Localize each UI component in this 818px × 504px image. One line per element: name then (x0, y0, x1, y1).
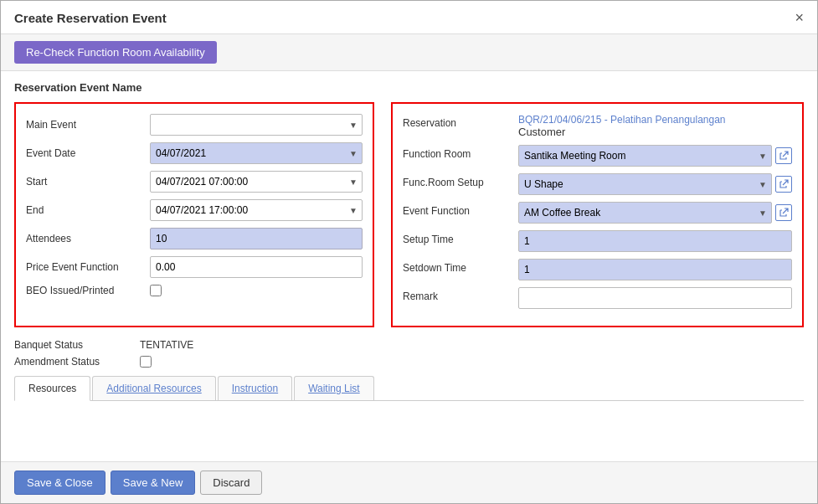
setdown-time-label: Setdown Time (403, 259, 512, 274)
tab-instruction[interactable]: Instruction (218, 376, 292, 400)
extra-section: Banquet Status TENTATIVE Amendment Statu… (14, 339, 804, 368)
banquet-status-value: TENTATIVE (140, 339, 193, 351)
main-event-row: Main Event ▼ (26, 114, 363, 136)
event-date-select-wrapper: 04/07/2021 ▼ (150, 142, 363, 164)
beo-label: BEO Issued/Printed (26, 285, 143, 296)
save-close-button[interactable]: Save & Close (14, 471, 105, 495)
function-room-label: Function Room (403, 145, 512, 160)
amendment-status-label: Amendment Status (14, 356, 123, 368)
setdown-time-row: Setdown Time (403, 259, 792, 280)
function-room-select[interactable]: Santika Meeting Room (518, 145, 772, 167)
end-select[interactable]: 04/07/2021 17:00:00 (150, 199, 363, 221)
reservation-label: Reservation (403, 114, 512, 129)
function-room-input-wrap: Santika Meeting Room ▼ (518, 145, 792, 167)
func-room-setup-select[interactable]: U Shape (518, 173, 772, 195)
banquet-status-row: Banquet Status TENTATIVE (14, 339, 804, 351)
event-date-label: Event Date (26, 147, 143, 159)
tabs-row: Resources Additional Resources Instructi… (14, 376, 804, 401)
tab-waiting-list[interactable]: Waiting List (294, 376, 374, 400)
event-function-row: Event Function AM Coffee Break ▼ (403, 202, 792, 224)
banquet-status-label: Banquet Status (14, 339, 123, 351)
end-label: End (26, 204, 143, 216)
close-button[interactable]: × (795, 9, 804, 27)
beo-checkbox[interactable] (150, 285, 162, 296)
start-label: Start (26, 176, 143, 188)
modal-title: Create Reservation Event (14, 11, 167, 25)
start-select[interactable]: 04/07/2021 07:00:00 (150, 171, 363, 193)
setup-time-input[interactable] (518, 230, 792, 252)
customer-label: Customer (518, 126, 565, 138)
event-function-select-wrapper: AM Coffee Break ▼ (518, 202, 772, 224)
func-room-setup-label: Func.Room Setup (403, 173, 512, 188)
event-function-label: Event Function (403, 202, 512, 217)
event-function-ext-link[interactable] (775, 204, 792, 221)
main-event-label: Main Event (26, 119, 143, 131)
start-row: Start 04/07/2021 07:00:00 ▼ (26, 171, 363, 193)
price-input[interactable] (150, 256, 363, 278)
remark-row: Remark (403, 287, 792, 309)
recheck-button[interactable]: Re-Check Function Room Availability (14, 41, 217, 64)
save-new-button[interactable]: Save & New (111, 471, 196, 495)
function-room-select-wrapper: Santika Meeting Room ▼ (518, 145, 772, 167)
modal-header: Create Reservation Event × (1, 1, 817, 34)
remark-input[interactable] (518, 287, 792, 309)
start-select-wrapper: 04/07/2021 07:00:00 ▼ (150, 171, 363, 193)
func-room-setup-select-wrapper: U Shape ▼ (518, 173, 772, 195)
modal-footer: Save & Close Save & New Discard (1, 461, 817, 503)
event-function-select[interactable]: AM Coffee Break (518, 202, 772, 224)
attendees-row: Attendees (26, 228, 363, 249)
beo-row: BEO Issued/Printed (26, 285, 363, 296)
right-panel: Reservation BQR/21/04/06/215 - Pelatihan… (391, 102, 804, 327)
modal-container: Create Reservation Event × Re-Check Func… (0, 0, 818, 504)
event-date-row: Event Date 04/07/2021 ▼ (26, 142, 363, 164)
attendees-label: Attendees (26, 233, 143, 244)
main-event-select-wrapper: ▼ (150, 114, 363, 136)
event-function-input-wrap: AM Coffee Break ▼ (518, 202, 792, 224)
function-room-ext-link[interactable] (775, 147, 792, 164)
setup-time-label: Setup Time (403, 230, 512, 245)
setup-time-row: Setup Time (403, 230, 792, 252)
end-row: End 04/07/2021 17:00:00 ▼ (26, 199, 363, 221)
attendees-input[interactable] (150, 228, 363, 249)
discard-button[interactable]: Discard (200, 471, 262, 495)
modal-toolbar: Re-Check Function Room Availability (1, 34, 817, 71)
left-panel: Main Event ▼ Event Date 04/07/2021 (14, 102, 374, 327)
amendment-status-checkbox[interactable] (140, 356, 152, 368)
func-room-setup-input-wrap: U Shape ▼ (518, 173, 792, 195)
reservation-row: Reservation BQR/21/04/06/215 - Pelatihan… (403, 114, 792, 138)
reservation-link[interactable]: BQR/21/04/06/215 - Pelatihan Penangulang… (518, 114, 726, 126)
function-room-row: Function Room Santika Meeting Room ▼ (403, 145, 792, 167)
tab-additional-resources[interactable]: Additional Resources (92, 376, 215, 400)
end-select-wrapper: 04/07/2021 17:00:00 ▼ (150, 199, 363, 221)
remark-label: Remark (403, 287, 512, 302)
func-room-setup-row: Func.Room Setup U Shape ▼ (403, 173, 792, 195)
price-row: Price Event Function (26, 256, 363, 278)
reservation-value: BQR/21/04/06/215 - Pelatihan Penangulang… (518, 114, 792, 138)
section-title: Reservation Event Name (14, 81, 804, 94)
tab-resources[interactable]: Resources (14, 376, 90, 401)
form-container: Main Event ▼ Event Date 04/07/2021 (14, 102, 804, 327)
setdown-time-input[interactable] (518, 259, 792, 280)
event-date-select[interactable]: 04/07/2021 (150, 142, 363, 164)
price-label: Price Event Function (26, 261, 143, 273)
main-event-select[interactable] (150, 114, 363, 136)
modal-body: Reservation Event Name Main Event ▼ Even (1, 71, 817, 461)
func-room-setup-ext-link[interactable] (775, 176, 792, 193)
amendment-status-row: Amendment Status (14, 356, 804, 368)
